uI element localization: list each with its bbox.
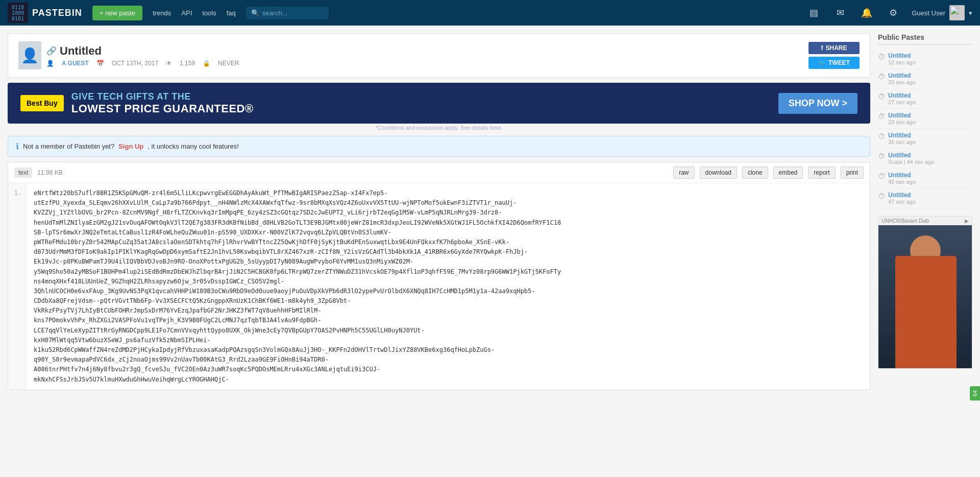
sidebar-ad-image[interactable] — [878, 225, 972, 368]
paste-title-text: Untitled — [60, 44, 102, 58]
signup-link[interactable]: Sign Up — [118, 142, 143, 150]
sidebar-paste-name-5[interactable]: Untitled — [888, 152, 934, 159]
type-badge: text — [14, 168, 32, 178]
sidebar-paste-time-2: 27 sec ago — [888, 99, 916, 105]
sidebar-paste-name-0[interactable]: Untitled — [888, 52, 916, 59]
sidebar-paste-name-7[interactable]: Untitled — [888, 192, 916, 199]
facebook-icon: f — [821, 44, 823, 52]
sidebar-paste-icon-4: ⏱ — [878, 132, 885, 140]
ad-disclaimer: *Conditions and exclusions apply. See de… — [8, 125, 870, 131]
sidebar-paste-info-3: Untitled 29 sec ago — [888, 112, 916, 125]
logo-text: PASTEBIN — [32, 8, 82, 18]
expire-icon: 🔒 — [203, 60, 210, 67]
logo-icon: 011010000101 — [8, 3, 28, 23]
report-button[interactable]: report — [808, 166, 835, 179]
paste-views: 1,159 — [180, 60, 195, 67]
sidebar-paste-item-6[interactable]: ⏱ Untitled 45 sec ago — [878, 169, 972, 188]
file-size: 11.98 KB — [37, 169, 62, 176]
sidebar-paste-time-1: 20 sec ago — [888, 79, 916, 85]
nav-trends[interactable]: trends — [153, 9, 171, 17]
line-number-1: 1. — [12, 188, 21, 198]
sidebar-paste-item-2[interactable]: ⏱ Untitled 27 sec ago — [878, 89, 972, 109]
sidebar-paste-name-6[interactable]: Untitled — [888, 172, 916, 179]
user-area[interactable]: Guest User ▾ — [912, 5, 972, 20]
facebook-share-button[interactable]: f SHARE — [808, 42, 860, 54]
share-label: SHARE — [825, 44, 847, 52]
line-numbers: 1. — [8, 183, 26, 390]
sidebar-paste-item-4[interactable]: ⏱ Untitled 36 sec ago — [878, 129, 972, 149]
sidebar-paste-icon-3: ⏱ — [878, 112, 885, 121]
ad-text-area: GIVE TECH GIFTS AT THE LOWEST PRICE GUAR… — [71, 91, 254, 115]
logo-link[interactable]: 011010000101 PASTEBIN — [8, 3, 82, 23]
link-icon: 🔗 — [46, 46, 57, 56]
sidebar-paste-list: ⏱ Untitled 12 sec ago ⏱ Untitled 20 sec … — [878, 49, 972, 208]
raw-button[interactable]: raw — [673, 166, 694, 179]
ad-headline: GIVE TECH GIFTS AT THE LOWEST PRICE GUAR… — [71, 91, 254, 115]
nav-api[interactable]: API — [181, 9, 192, 17]
share-buttons: f SHARE 🐦 TWEET — [808, 42, 860, 69]
gear-icon[interactable]: ⚙ — [885, 5, 901, 21]
nav-faq[interactable]: faq — [227, 9, 236, 17]
print-button[interactable]: print — [841, 166, 864, 179]
download-button[interactable]: download — [700, 166, 737, 179]
bestbuy-logo: Best Buy — [20, 95, 64, 111]
cookie-banner[interactable]: 64 — [970, 386, 980, 398]
paste-header: 👤 🔗 Untitled 👤 A GUEST 📅 OCT 13TH, 2017 … — [8, 33, 870, 78]
twitter-share-button[interactable]: 🐦 TWEET — [808, 57, 860, 69]
header: 011010000101 PASTEBIN + new paste trends… — [0, 0, 980, 26]
main-container: 👤 🔗 Untitled 👤 A GUEST 📅 OCT 13TH, 2017 … — [0, 26, 980, 398]
document-icon[interactable]: ▤ — [805, 5, 822, 21]
sidebar-paste-icon-7: ⏱ — [878, 192, 885, 200]
sidebar-paste-item-1[interactable]: ⏱ Untitled 20 sec ago — [878, 69, 972, 89]
user-name: Guest User — [912, 9, 945, 17]
new-paste-button[interactable]: + new paste — [92, 6, 142, 20]
sidebar-paste-info-4: Untitled 36 sec ago — [888, 132, 916, 145]
sidebar-paste-time-0: 12 sec ago — [888, 59, 916, 65]
sidebar-paste-item-3[interactable]: ⏱ Untitled 29 sec ago — [878, 109, 972, 129]
sidebar-paste-item-5[interactable]: ⏱ Untitled Scala | 44 sec ago — [878, 149, 972, 169]
info-icon: ℹ — [16, 141, 19, 151]
ad-person — [878, 225, 972, 368]
ad-sponsored-icon: ▶ — [965, 218, 969, 224]
embed-button[interactable]: embed — [773, 166, 803, 179]
paste-toolbar: text 11.98 KB raw download clone embed r… — [8, 162, 870, 183]
ad-label: UNHCR/Basam Diab — [881, 218, 929, 224]
sidebar-paste-name-1[interactable]: Untitled — [888, 72, 916, 79]
sidebar-paste-icon-5: ⏱ — [878, 152, 885, 160]
notice-text-prefix: Not a member of Pastebin yet? — [23, 142, 114, 150]
public-pastes-title: Public Pastes — [878, 33, 972, 45]
email-icon[interactable]: ✉ — [832, 5, 848, 21]
ad-banner[interactable]: Best Buy GIVE TECH GIFTS AT THE LOWEST P… — [8, 83, 870, 124]
sidebar-paste-time-3: 29 sec ago — [888, 119, 916, 125]
sidebar-paste-name-2[interactable]: Untitled — [888, 92, 916, 99]
sidebar-paste-name-4[interactable]: Untitled — [888, 132, 916, 139]
paste-body: 1. eNrtfWtz20bS7uflr8BR1Z5KSpGMuQM-zr4l6… — [8, 183, 870, 390]
sidebar-paste-name-3[interactable]: Untitled — [888, 112, 916, 119]
nav-tools[interactable]: tools — [202, 9, 216, 17]
user-avatar — [949, 5, 965, 20]
paste-title-area: 👤 🔗 Untitled 👤 A GUEST 📅 OCT 13TH, 2017 … — [18, 41, 239, 69]
sidebar-paste-item-7[interactable]: ⏱ Untitled 47 sec ago — [878, 188, 972, 208]
sidebar-paste-info-7: Untitled 47 sec ago — [888, 192, 916, 205]
clone-button[interactable]: clone — [742, 166, 768, 179]
sidebar-paste-info-1: Untitled 20 sec ago — [888, 72, 916, 85]
notice-bar: ℹ Not a member of Pastebin yet? Sign Up … — [8, 136, 870, 157]
ad-left: Best Buy GIVE TECH GIFTS AT THE LOWEST P… — [20, 91, 254, 115]
sidebar-paste-time-7: 47 sec ago — [888, 199, 916, 205]
sidebar-paste-info-6: Untitled 45 sec ago — [888, 172, 916, 185]
sidebar-paste-item-0[interactable]: ⏱ Untitled 12 sec ago — [878, 49, 972, 69]
ad-line1: GIVE TECH GIFTS AT THE — [71, 91, 254, 102]
sidebar-paste-info-2: Untitled 27 sec ago — [888, 92, 916, 105]
ad-cta-button[interactable]: SHOP NOW > — [778, 93, 857, 114]
twitter-icon: 🐦 — [818, 59, 826, 66]
sidebar-paste-icon-6: ⏱ — [878, 172, 885, 180]
paste-content-wrapper: text 11.98 KB raw download clone embed r… — [8, 162, 870, 390]
sidebar-ad: UNHCR/Basam Diab ▶ — [878, 216, 972, 369]
sidebar-paste-icon-0: ⏱ — [878, 53, 885, 61]
views-icon: 👁 — [166, 60, 172, 67]
search-input[interactable] — [262, 9, 324, 17]
code-content[interactable]: eNrtfWtz20bS7uflr8BR1Z5KSpGMuQM-zr4l6m5L… — [26, 183, 870, 390]
sidebar-paste-time-6: 45 sec ago — [888, 179, 916, 185]
bell-icon[interactable]: 🔔 — [859, 5, 875, 21]
paste-date: OCT 13TH, 2017 — [112, 60, 158, 67]
